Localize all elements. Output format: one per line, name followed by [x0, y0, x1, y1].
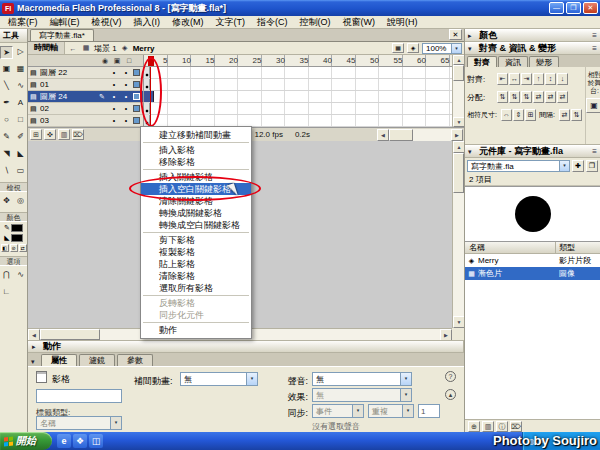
menu-item-synchronize-symbols[interactable]: 同步化元件: [141, 309, 251, 321]
layer-row[interactable]: ▤ 02 • •: [28, 103, 464, 115]
distribute-button[interactable]: ⇅: [497, 91, 508, 103]
menu-item-paste-frames[interactable]: 貼上影格: [141, 258, 251, 270]
panel-menu-icon[interactable]: ≡: [592, 44, 597, 53]
line-tool[interactable]: ╲: [0, 80, 13, 93]
menu-commands[interactable]: 指令(C): [251, 16, 294, 29]
help-icon[interactable]: ?: [445, 371, 456, 382]
timeline-ruler[interactable]: 5101520253035404550556065: [144, 55, 464, 67]
show-hide-all-layers-icon[interactable]: ◉: [99, 55, 111, 66]
layer-visibility-dot[interactable]: •: [108, 115, 120, 126]
space-h-button[interactable]: ⇄: [559, 109, 570, 121]
layer-visibility-dot[interactable]: •: [108, 103, 120, 114]
scroll-left-icon[interactable]: ◀: [377, 129, 389, 141]
tab-align[interactable]: 對齊: [467, 56, 497, 67]
sound-dropdown[interactable]: 無 ▾: [312, 372, 412, 386]
eraser-tool[interactable]: ▭: [14, 165, 27, 178]
layer-outline-color[interactable]: [133, 69, 140, 76]
minimize-button[interactable]: —: [549, 2, 564, 14]
new-library-window-icon[interactable]: ❐: [586, 160, 598, 172]
hand-tool[interactable]: ✥: [0, 195, 13, 208]
library-item-selected[interactable]: ▦ 漸色片 圖像: [465, 267, 600, 280]
delete-layer-button[interactable]: ⌦: [72, 129, 84, 140]
loop-count-input[interactable]: [418, 404, 440, 418]
selected-frames[interactable]: [144, 91, 154, 102]
menu-item-select-all-frames[interactable]: 選取所有影格: [141, 282, 251, 294]
gradient-transform-tool[interactable]: ▦: [14, 63, 27, 76]
layer-lock-dot[interactable]: •: [120, 103, 132, 114]
ink-bottle-tool[interactable]: ◥: [0, 148, 13, 161]
menu-help[interactable]: 說明(H): [381, 16, 424, 29]
pin-library-icon[interactable]: ✚: [572, 160, 584, 172]
space-v-button[interactable]: ⇅: [571, 109, 582, 121]
frame-label-input[interactable]: [36, 389, 122, 403]
distribute-button[interactable]: ⇅: [509, 91, 520, 103]
distribute-button[interactable]: ⇅: [521, 91, 532, 103]
breadcrumb-scene[interactable]: 場景 1: [94, 43, 117, 54]
menu-item-insert-frame[interactable]: 插入影格: [141, 144, 251, 156]
eyedropper-tool[interactable]: ∖: [0, 165, 13, 178]
library-document-dropdown[interactable]: 寫字動畫.fla ▾: [467, 160, 570, 172]
quick-launch-icon[interactable]: ◫: [89, 434, 103, 448]
layer-lock-dot[interactable]: •: [120, 67, 132, 78]
align-left-button[interactable]: ⇤: [497, 73, 508, 85]
panel-menu-icon[interactable]: ≡: [592, 31, 597, 40]
library-item[interactable]: ◈ Merry 影片片段: [465, 254, 600, 267]
menu-insert[interactable]: 插入(I): [128, 16, 167, 29]
edit-symbol-button[interactable]: ◈: [407, 43, 419, 53]
repeat-dropdown[interactable]: 重複 ▾: [368, 404, 414, 418]
menu-item-actions[interactable]: 動作: [141, 324, 251, 336]
menu-item-reverse-frames[interactable]: 反轉影格: [141, 297, 251, 309]
subselection-tool[interactable]: ▷: [14, 46, 27, 59]
selection-tool[interactable]: ➤: [0, 46, 13, 59]
outline-all-layers-icon[interactable]: □: [123, 55, 135, 66]
menu-modify[interactable]: 修改(M): [166, 16, 210, 29]
label-type-dropdown[interactable]: 名稱 ▾: [36, 416, 122, 430]
color-panel-header[interactable]: ▸ 顏色 ≡: [465, 29, 600, 42]
menu-item-cut-frames[interactable]: 剪下影格: [141, 234, 251, 246]
layer-lock-dot[interactable]: •: [120, 115, 132, 126]
sync-dropdown[interactable]: 事件 ▾: [312, 404, 364, 418]
scroll-right-icon[interactable]: ▶: [451, 129, 463, 141]
item-properties-button[interactable]: ⓘ: [496, 421, 508, 432]
effect-dropdown[interactable]: 無 ▾: [312, 388, 412, 402]
align-top-button[interactable]: ↑: [533, 73, 544, 85]
text-tool[interactable]: A: [14, 97, 27, 110]
free-transform-tool[interactable]: ▣: [0, 63, 13, 76]
tab-properties[interactable]: 屬性: [41, 354, 77, 366]
menu-item-remove-frames[interactable]: 移除影格: [141, 156, 251, 168]
to-stage-button[interactable]: ▣: [586, 98, 600, 113]
layer-visibility-dot[interactable]: •: [108, 91, 120, 102]
menu-item-create-motion-tween[interactable]: 建立移動補間動畫: [141, 129, 251, 141]
lock-all-layers-icon[interactable]: ▣: [111, 55, 123, 66]
tab-filters[interactable]: 濾鏡: [79, 354, 115, 366]
align-hcenter-button[interactable]: ↔: [509, 73, 520, 85]
menu-item-convert-to-keyframes[interactable]: 轉換成關鍵影格: [141, 207, 251, 219]
stroke-color-swatch[interactable]: [11, 224, 23, 232]
menu-item-clear-frames[interactable]: 清除影格: [141, 270, 251, 282]
zoom-control[interactable]: 100% ▾: [422, 43, 462, 54]
swap-colors-button[interactable]: ⇄: [19, 244, 27, 252]
delete-item-button[interactable]: ⌦: [510, 421, 522, 432]
layer-row[interactable]: ▤ 圖層 22 • •: [28, 67, 464, 79]
distribute-button[interactable]: ⇄: [545, 91, 556, 103]
tab-transform[interactable]: 變形: [529, 56, 559, 67]
insert-layer-button[interactable]: ⊞: [30, 129, 42, 140]
fill-color-swatch[interactable]: [11, 234, 23, 242]
snap-option-button[interactable]: ⋂: [0, 269, 13, 282]
menu-window[interactable]: 視窗(W): [337, 16, 382, 29]
pen-tool[interactable]: ✒: [0, 97, 13, 110]
edit-scene-button[interactable]: ▦: [392, 43, 404, 53]
tab-parameters[interactable]: 參數: [117, 354, 153, 366]
new-symbol-button[interactable]: ⊕: [468, 421, 480, 432]
collapse-properties-icon[interactable]: ▴: [445, 389, 456, 400]
brush-tool[interactable]: ✐: [14, 131, 27, 144]
align-panel-header[interactable]: ▾ 對齊 & 資訊 & 變形 ≡: [465, 42, 600, 55]
align-bottom-button[interactable]: ↓: [557, 73, 568, 85]
menu-text[interactable]: 文字(T): [210, 16, 252, 29]
playhead[interactable]: [148, 56, 154, 66]
layer-outline-color[interactable]: [133, 81, 140, 88]
lasso-tool[interactable]: ∿: [14, 80, 27, 93]
back-icon[interactable]: ←: [68, 45, 78, 52]
align-right-button[interactable]: ⇥: [521, 73, 532, 85]
quick-launch-icon[interactable]: e: [57, 434, 71, 448]
